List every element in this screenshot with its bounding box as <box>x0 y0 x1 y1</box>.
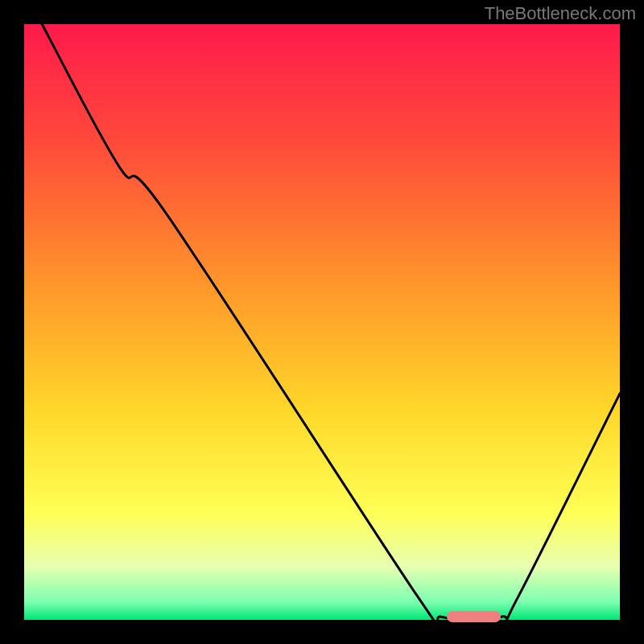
curve-line <box>24 24 620 620</box>
optimal-range-marker <box>447 611 501 622</box>
chart-plot-area <box>24 24 620 620</box>
watermark-text: TheBottleneck.com <box>485 3 636 24</box>
